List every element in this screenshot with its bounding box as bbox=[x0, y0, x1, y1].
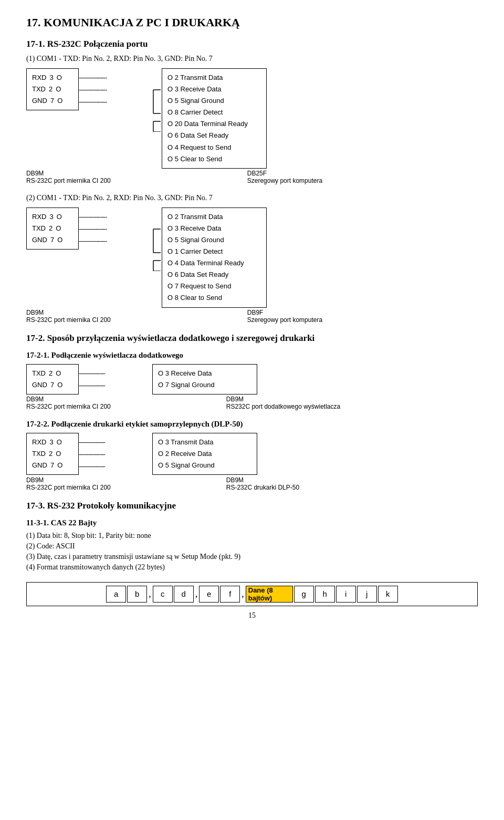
footer-comma-3: , bbox=[242, 588, 244, 599]
diagram2: RXD3O TXD2O GND7O ---------------- -----… bbox=[26, 207, 478, 324]
diagram3-right-box: O 3 Receive Data O 7 Signal Ground bbox=[152, 364, 257, 395]
diagram2-lines: ---------------- ---------------- ------… bbox=[79, 207, 152, 250]
section1-heading: 17-1. RS-232C Połączenia portu bbox=[26, 39, 478, 49]
com2-label: (2) COM1 - TXD: Pin No. 2, RXD: Pin No. … bbox=[26, 194, 478, 202]
diagram1-row2: TXD2O bbox=[32, 84, 73, 95]
footer-cell-g: g bbox=[294, 586, 314, 603]
diagram3-left-box: TXD2O GND7O bbox=[26, 364, 79, 395]
footer-comma-1: , bbox=[149, 588, 151, 599]
bracket2-svg bbox=[152, 211, 162, 271]
footer-cell-k: k bbox=[378, 586, 398, 603]
diagram4-right-box: O 3 Transmit Data O 2 Receive Data O 5 S… bbox=[152, 433, 257, 475]
diagram1-row1: RXD3O bbox=[32, 72, 73, 84]
footer-cell-f: f bbox=[220, 586, 240, 603]
footer-cell-h: h bbox=[315, 586, 335, 603]
footer-cell-c: c bbox=[153, 586, 173, 603]
diagram1-lines: ---------------- ---------------- ------… bbox=[79, 68, 152, 111]
footer-cell-d: d bbox=[174, 586, 194, 603]
footer-cell-i: i bbox=[336, 586, 356, 603]
diagram1-right-box: O 2 Transmit Data O 3 Receive Data O 5 S… bbox=[162, 68, 267, 169]
section3-item2: (2) Code: ASCII bbox=[26, 542, 478, 551]
diagram1-left-box: RXD3O TXD2O GND7O bbox=[26, 68, 79, 110]
section2-sub1: 17-2-1. Podłączenie wyświetlacza dodatko… bbox=[26, 351, 478, 360]
section3-item4: (4) Format transmitowanych danych (22 by… bbox=[26, 563, 478, 572]
footer-bar: a b , c d , e f , Dane (8 bajtów) g h i … bbox=[26, 582, 478, 606]
diagram3: TXD2O GND7O --------------- ------------… bbox=[26, 364, 478, 410]
section3-sub: 11-3-1. CAS 22 Bajty bbox=[26, 518, 478, 527]
com1-label: (1) COM1 - TXD: Pin No. 2, RXD: Pin No. … bbox=[26, 55, 478, 63]
section2-heading: 17-2. Sposób przyłączenia wyświetlacza d… bbox=[26, 333, 478, 344]
diagram4-left-box: RXD3O TXD2O GND7O bbox=[26, 433, 79, 475]
diagram4-lines: --------------- --------------- --------… bbox=[79, 433, 152, 475]
diagram2-right-box: O 2 Transmit Data O 3 Receive Data O 5 S… bbox=[162, 207, 267, 308]
diagram4-labels: DB9MRS-232C port miernika CI 200 DB9MRS-… bbox=[26, 476, 478, 491]
section2-sub2: 17-2-2. Podłączenie drukarki etykiet sam… bbox=[26, 420, 478, 429]
diagram2-bracket bbox=[152, 207, 162, 271]
section3-item1: (1) Data bit: 8, Stop bit: 1, Parity bit… bbox=[26, 532, 478, 540]
page-title: 17. KOMUNIKACJA Z PC I DRUKARKĄ bbox=[26, 16, 478, 29]
section3-heading: 17-3. RS-232 Protokoły komunikacyjne bbox=[26, 501, 478, 511]
footer-cell-e: e bbox=[199, 586, 219, 603]
diagram1-bracket bbox=[152, 68, 162, 132]
page-number: 15 bbox=[26, 611, 478, 620]
diagram3-labels: DB9MRS-232C port miernika CI 200 DB9MRS2… bbox=[26, 396, 478, 410]
section3-item3: (3) Datę, czas i parametry transmisji us… bbox=[26, 553, 478, 561]
diagram2-left-box: RXD3O TXD2O GND7O bbox=[26, 207, 79, 250]
diagram4: RXD3O TXD2O GND7O --------------- ------… bbox=[26, 433, 478, 491]
diagram2-labels: DB9MRS-232C port miernika CI 200 DB9FSze… bbox=[26, 309, 478, 324]
footer-comma-2: , bbox=[195, 588, 198, 599]
footer-cell-a: a bbox=[106, 586, 126, 603]
diagram1-labels: DB9MRS-232C port miernika CI 200 DB25FSz… bbox=[26, 170, 478, 184]
bracket1-svg bbox=[152, 71, 162, 132]
footer-cell-j: j bbox=[357, 586, 377, 603]
footer-cell-b: b bbox=[127, 586, 147, 603]
diagram1: RXD3O TXD2O GND7O ---------------- -----… bbox=[26, 68, 478, 184]
footer-cell-data: Dane (8 bajtów) bbox=[246, 586, 293, 603]
diagram3-lines: --------------- --------------- bbox=[79, 364, 152, 395]
diagram1-row3: GND7O bbox=[32, 95, 73, 107]
